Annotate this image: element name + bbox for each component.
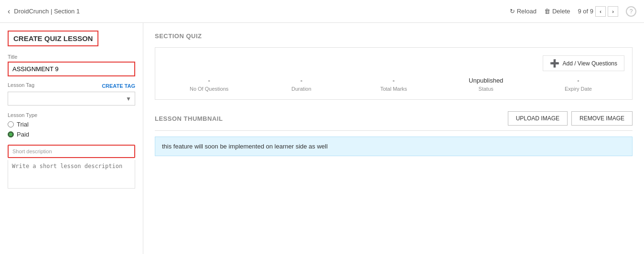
section-quiz-title: SECTION QUIZ xyxy=(155,32,633,40)
lesson-tag-select[interactable] xyxy=(8,92,135,106)
stat-duration: - Duration xyxy=(255,77,347,92)
thumbnail-title: LESSON THUMBNAIL xyxy=(155,115,223,122)
stat-status: Unpublished Status xyxy=(440,77,532,92)
reload-icon: ↻ xyxy=(510,8,515,15)
create-quiz-title: CREATE QUIZ LESSON xyxy=(8,31,98,46)
trial-radio-item[interactable]: Trial xyxy=(8,121,135,128)
breadcrumb-area: ‹ DroidCrunch | Section 1 xyxy=(8,7,80,16)
main-layout: CREATE QUIZ LESSON Title Lesson Tag CREA… xyxy=(0,23,644,254)
upload-image-button[interactable]: UPLOAD IMAGE xyxy=(508,111,568,126)
stat-value-1: - xyxy=(301,77,302,84)
title-label: Title xyxy=(8,54,135,60)
thumbnail-section: LESSON THUMBNAIL UPLOAD IMAGE REMOVE IMA… xyxy=(155,111,633,156)
paid-label: Paid xyxy=(17,131,29,138)
short-description-textarea[interactable] xyxy=(8,160,135,189)
thumbnail-buttons: UPLOAD IMAGE REMOVE IMAGE xyxy=(508,111,633,126)
stat-total-marks: - Total Marks xyxy=(347,77,440,92)
stat-value-0: - xyxy=(208,77,210,84)
trash-icon: 🗑 xyxy=(544,8,550,15)
delete-button[interactable]: 🗑 Delete xyxy=(544,8,570,15)
plus-circle-icon: ➕ xyxy=(550,59,559,68)
add-view-questions-button[interactable]: ➕ Add / View Questions xyxy=(543,55,624,71)
remove-image-button[interactable]: REMOVE IMAGE xyxy=(571,111,633,126)
prev-page-button[interactable]: ‹ xyxy=(595,6,606,17)
next-page-button[interactable]: › xyxy=(608,6,618,17)
info-banner: this feature will soon be implemented on… xyxy=(155,137,633,156)
create-tag-link[interactable]: CREATE TAG xyxy=(102,83,135,89)
stat-label-0: No Of Questions xyxy=(190,86,228,92)
quiz-card: ➕ Add / View Questions - No Of Questions… xyxy=(155,47,633,100)
stat-label-3: Status xyxy=(479,86,494,92)
stat-no-of-questions: - No Of Questions xyxy=(163,77,255,92)
back-icon[interactable]: ‹ xyxy=(8,7,10,16)
topbar-actions: ↻ Reload 🗑 Delete 9 of 9 ‹ › ? xyxy=(510,6,636,17)
paid-radio[interactable] xyxy=(8,131,14,138)
quiz-card-header: ➕ Add / View Questions xyxy=(163,55,624,71)
lesson-tag-label: Lesson Tag xyxy=(8,82,34,88)
quiz-stats: - No Of Questions - Duration - Total Mar… xyxy=(163,77,624,92)
help-icon[interactable]: ? xyxy=(626,6,636,17)
pagination: 9 of 9 ‹ › xyxy=(578,6,618,17)
topbar: ‹ DroidCrunch | Section 1 ↻ Reload 🗑 Del… xyxy=(0,0,644,23)
left-panel: CREATE QUIZ LESSON Title Lesson Tag CREA… xyxy=(0,23,143,254)
title-input[interactable] xyxy=(8,62,135,76)
right-panel: SECTION QUIZ ➕ Add / View Questions - No… xyxy=(143,23,644,254)
lesson-type-label: Lesson Type xyxy=(8,112,135,118)
stat-label-1: Duration xyxy=(291,86,311,92)
add-view-label: Add / View Questions xyxy=(562,60,617,67)
stat-label-4: Expiry Date xyxy=(565,86,592,92)
paid-radio-item[interactable]: Paid xyxy=(8,131,135,138)
stat-value-4: - xyxy=(577,77,579,84)
short-description-label: Short description xyxy=(8,145,135,158)
stat-value-2: - xyxy=(393,77,395,84)
thumbnail-header: LESSON THUMBNAIL UPLOAD IMAGE REMOVE IMA… xyxy=(155,111,633,131)
lesson-type-radio-group: Trial Paid xyxy=(8,121,135,138)
reload-button[interactable]: ↻ Reload xyxy=(510,8,537,15)
stat-label-2: Total Marks xyxy=(380,86,407,92)
lesson-tag-select-wrapper: ▼ xyxy=(8,92,135,106)
lesson-tag-row: Lesson Tag CREATE TAG xyxy=(8,82,135,90)
breadcrumb-text: DroidCrunch | Section 1 xyxy=(14,8,80,15)
stat-expiry-date: - Expiry Date xyxy=(532,77,624,92)
trial-radio[interactable] xyxy=(8,121,14,127)
trial-label: Trial xyxy=(17,121,29,128)
stat-value-3: Unpublished xyxy=(469,77,503,84)
